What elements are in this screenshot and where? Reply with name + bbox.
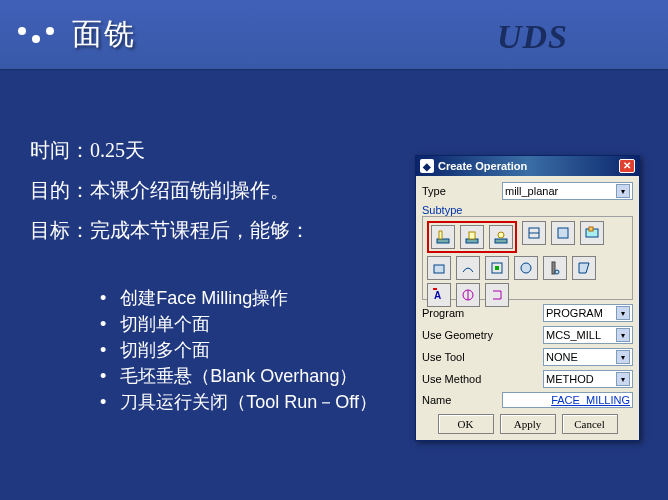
type-label: Type [422,185,502,197]
list-item: 刀具运行关闭（Tool Run－Off） [100,389,377,415]
dialog-body: Type mill_planar ▾ Subtype [416,176,639,440]
apply-button[interactable]: Apply [500,414,556,434]
dialog-button-row: OK Apply Cancel [422,414,633,434]
brand-logo: UDS [497,18,568,56]
subtype-button[interactable] [427,256,451,280]
subtype-button[interactable] [543,256,567,280]
list-item: 毛坯垂悬（Blank Overhang） [100,363,377,389]
cancel-button[interactable]: Cancel [562,414,618,434]
purpose-row: 目的：本课介绍面铣削操作。 [30,170,310,210]
chevron-down-icon[interactable]: ▾ [616,306,630,320]
method-label: Use Method [422,373,502,385]
dialog-titlebar[interactable]: ◆ Create Operation ✕ [416,156,639,176]
bullet-list: 创建Face Milling操作 切削单个面 切削多个面 毛坯垂悬（Blank … [100,285,377,415]
chevron-down-icon[interactable]: ▾ [616,350,630,364]
geometry-value: MCS_MILL [546,329,601,341]
method-dropdown[interactable]: METHOD ▾ [543,370,633,388]
chevron-down-icon[interactable]: ▾ [616,372,630,386]
chevron-down-icon[interactable]: ▾ [616,184,630,198]
subtype-button[interactable] [489,225,513,249]
svg-point-15 [555,270,559,274]
tool-label: Use Tool [422,351,502,363]
svg-rect-7 [558,228,568,238]
tool-value: NONE [546,351,578,363]
subtype-label: Subtype [422,204,633,216]
tool-dropdown[interactable]: NONE ▾ [543,348,633,366]
svg-rect-12 [495,266,499,270]
subtype-button[interactable] [456,283,480,307]
create-operation-dialog: ◆ Create Operation ✕ Type mill_planar ▾ … [415,155,640,441]
program-value: PROGRAM [546,307,603,319]
subtype-button[interactable] [460,225,484,249]
subtype-button[interactable] [551,221,575,245]
subtype-button[interactable]: A [427,283,451,307]
subtype-button[interactable] [522,221,546,245]
subtype-button[interactable] [514,256,538,280]
goal-row: 目标：完成本节课程后，能够： [30,210,310,250]
list-item: 切削单个面 [100,311,377,337]
svg-rect-9 [589,227,593,231]
purpose-value: 本课介绍面铣削操作。 [90,179,290,201]
svg-rect-10 [434,265,444,273]
svg-rect-2 [469,232,475,239]
goal-label: 目标： [30,219,90,241]
purpose-label: 目的： [30,179,90,201]
subtype-button[interactable] [456,256,480,280]
list-item: 创建Face Milling操作 [100,285,377,311]
app-icon: ◆ [420,159,434,173]
goal-value: 完成本节课程后，能够： [90,219,310,241]
close-icon[interactable]: ✕ [619,159,635,173]
svg-text:A: A [434,290,441,301]
time-value: 0.25天 [90,139,145,161]
geometry-label: Use Geometry [422,329,502,341]
subtype-group: A [422,216,633,300]
decorative-dots [18,25,58,45]
program-label: Program [422,307,502,319]
svg-rect-1 [466,239,478,243]
subtype-button[interactable] [485,256,509,280]
slide-header: 面铣 UDS [0,0,668,70]
method-value: METHOD [546,373,594,385]
program-dropdown[interactable]: PROGRAM ▾ [543,304,633,322]
type-dropdown[interactable]: mill_planar ▾ [502,182,633,200]
chevron-down-icon[interactable]: ▾ [616,328,630,342]
svg-point-4 [498,232,504,238]
list-item: 切削多个面 [100,337,377,363]
time-label: 时间： [30,139,90,161]
svg-rect-0 [437,239,449,243]
name-field[interactable]: FACE_MILLING [502,392,633,408]
content-block: 时间：0.25天 目的：本课介绍面铣削操作。 目标：完成本节课程后，能够： [30,130,310,250]
subtype-highlight [427,221,517,253]
svg-rect-3 [495,239,507,243]
dialog-title-text: Create Operation [438,160,527,172]
svg-point-13 [521,263,531,273]
geometry-dropdown[interactable]: MCS_MILL ▾ [543,326,633,344]
time-row: 时间：0.25天 [30,130,310,170]
ok-button[interactable]: OK [438,414,494,434]
subtype-button[interactable] [485,283,509,307]
slide-title: 面铣 [72,14,136,55]
subtype-button[interactable] [572,256,596,280]
name-label: Name [422,394,502,406]
subtype-button[interactable] [431,225,455,249]
type-value: mill_planar [505,185,558,197]
subtype-button[interactable] [580,221,604,245]
